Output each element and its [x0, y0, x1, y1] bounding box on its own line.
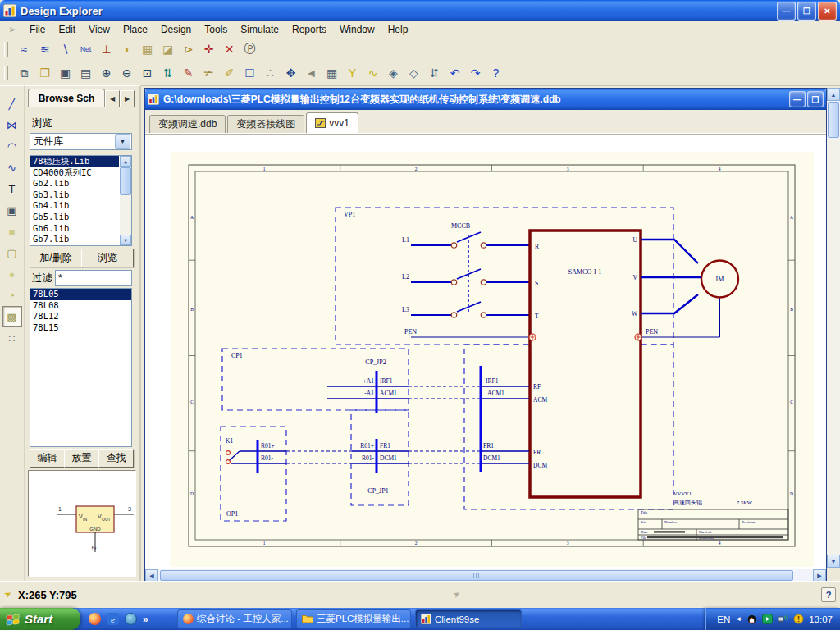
irf1-inv-label[interactable]: IRF1 [486, 377, 499, 385]
tab-browse-sch[interactable]: Browse Sch [28, 89, 105, 107]
scrollbar-thumb[interactable] [120, 167, 131, 195]
library-list-item[interactable]: Gb7.lib [30, 234, 119, 245]
menu-item[interactable]: Edit [52, 22, 82, 37]
irf1-cp-label[interactable]: IRF1 [380, 377, 393, 385]
undo-icon[interactable]: ↶ [445, 63, 465, 83]
scroll-down-icon[interactable]: ▼ [827, 555, 840, 568]
edit-component-button[interactable]: 编辑 [30, 449, 65, 468]
pen-tool-icon[interactable]: ✐ [219, 63, 240, 83]
line-tool-icon[interactable]: ╱ [2, 93, 22, 114]
select-area-icon[interactable]: ☐ [240, 63, 260, 83]
r01p-op-label[interactable]: R01+ [261, 442, 275, 450]
deselect-all-icon[interactable]: ∴ [260, 63, 281, 83]
component-list-item[interactable]: 78L12 [30, 311, 131, 322]
print-icon[interactable]: ▤ [75, 63, 96, 83]
internet-explorer-quicklaunch-icon[interactable]: e [107, 613, 119, 625]
chevron-down-icon[interactable]: ▼ [115, 134, 130, 149]
qq-icon[interactable] [746, 614, 757, 624]
sheet-symbol-tool-icon[interactable]: ▦ [137, 39, 158, 59]
design-explorer-toggle-icon[interactable]: ⧉ [14, 63, 34, 83]
media-player-icon[interactable] [762, 614, 773, 624]
port-tool-icon[interactable]: ⊳ [178, 39, 199, 59]
motor-label[interactable]: IM [716, 276, 724, 283]
cp-jp2-label[interactable]: CP_JP2 [365, 358, 386, 366]
browse-mode-combobox[interactable]: 元件库 ▼ [30, 133, 132, 150]
annotation-ref[interactable]: VVVV1 [673, 491, 692, 496]
cp-jp1-label[interactable]: CP_JP1 [368, 487, 388, 495]
menu-item[interactable]: View [82, 22, 116, 37]
plus-a1-label[interactable]: +A1 [363, 377, 375, 385]
power-port-tool-icon[interactable]: ⊥ [96, 39, 116, 59]
menu-item[interactable]: Reports [285, 22, 333, 37]
shield-tool-icon[interactable]: ◈ [383, 63, 404, 83]
language-indicator[interactable]: EN [717, 614, 730, 624]
pen-in-label[interactable]: PEN [404, 328, 417, 336]
scrollbar-thumb[interactable] [828, 102, 839, 138]
quicklaunch-overflow-chevron[interactable]: » [143, 614, 148, 625]
shield-search-tool-icon[interactable]: ◇ [404, 63, 424, 83]
inverter-label[interactable]: SAMCO-I-1 [568, 268, 601, 276]
tab-wiring-diagram[interactable]: 变频器接线图 [227, 115, 304, 133]
arc-tool-icon[interactable]: ◠ [2, 135, 22, 157]
alert-icon[interactable] [793, 614, 804, 624]
vp1-label[interactable]: VP1 [344, 211, 355, 218]
menu-item[interactable]: File [23, 22, 52, 37]
bus-tool-icon[interactable]: ≋ [34, 39, 55, 59]
annotation-desc[interactable]: 高速回头辊 [673, 500, 702, 506]
l1-label[interactable]: L1 [402, 236, 409, 244]
schematic-editor-canvas[interactable]: 1 2 3 4 1 2 3 4 A B C D A B C D [145, 134, 826, 569]
panel-tab-prev-button[interactable]: ◀ [105, 90, 120, 107]
add-remove-library-button[interactable]: 加/删除 [30, 249, 82, 267]
fr1-inv-label[interactable]: FR1 [483, 442, 494, 450]
minimize-button[interactable]: — [777, 2, 796, 21]
toolbar-grip[interactable] [4, 42, 8, 57]
open-document-icon[interactable]: ❒ [34, 63, 55, 83]
library-list-scrollbar[interactable]: ▲ ▼ [120, 156, 131, 245]
library-list-item[interactable]: Gb6.lib [30, 223, 119, 235]
sheet-entry-tool-icon[interactable]: ◪ [158, 39, 178, 59]
menu-item[interactable]: Place [116, 22, 154, 37]
browser-globe-quicklaunch-icon[interactable] [125, 613, 137, 625]
menu-item[interactable]: Help [381, 22, 415, 37]
network-icon[interactable] [778, 614, 788, 624]
document-title-bar[interactable]: G:\downloads\三菱PLC模拟量输出控制12台变频器实现的纸机传动控制… [145, 89, 826, 110]
annotation-power[interactable]: 7.5KW [737, 500, 753, 505]
library-list-item[interactable]: CD4000系列IC [30, 167, 119, 179]
pie-tool-icon[interactable]: ◔ [2, 285, 22, 306]
r01m-cp-label[interactable]: R01- [362, 454, 375, 462]
netlist-icon[interactable]: ▦ [322, 63, 342, 83]
menu-item[interactable]: Design [154, 22, 198, 37]
toolbar-grip[interactable] [4, 66, 8, 80]
start-button[interactable]: Start [0, 608, 80, 630]
pen-out-label[interactable]: PEN [646, 328, 658, 336]
wrench-tool-icon[interactable]: Y [342, 63, 363, 83]
taskbar-task-folder[interactable]: 三菱PLC模拟量输出... [296, 609, 411, 628]
tray-collapse-icon[interactable]: ◄ [735, 615, 742, 623]
restore-button[interactable]: ❐ [797, 2, 816, 21]
menu-item[interactable]: Window [333, 22, 381, 37]
k1-label[interactable]: K1 [226, 437, 233, 445]
save-document-icon[interactable]: ▣ [55, 63, 75, 83]
junction-tool-icon[interactable]: ✛ [199, 39, 219, 59]
l2-label[interactable]: L2 [402, 273, 409, 281]
context-help-button[interactable]: ? [821, 587, 836, 602]
help-icon[interactable]: ? [486, 63, 506, 83]
cross-probe-icon[interactable]: ⇅ [158, 63, 178, 83]
panel-tab-next-button[interactable]: ▶ [120, 90, 135, 107]
fr1-cp-label[interactable]: FR1 [380, 442, 390, 450]
signal-probe-icon[interactable]: ⇵ [424, 63, 445, 83]
schematic-canvas[interactable]: 1 2 3 4 1 2 3 4 A B C D A B C D [145, 135, 826, 569]
scrollbar-thumb[interactable] [160, 570, 793, 581]
zoom-out-icon[interactable]: ⊖ [116, 63, 137, 83]
filter-input[interactable] [55, 270, 132, 286]
cp1-label[interactable]: CP1 [231, 352, 243, 359]
net-label-tool-icon[interactable]: Net [75, 39, 96, 59]
tab-design-database[interactable]: 变频调速.ddb [149, 115, 226, 133]
r01m-op-label[interactable]: R01- [261, 454, 274, 462]
library-list-item[interactable]: Gb5.lib [30, 212, 119, 223]
document-restore-button[interactable]: ❐ [807, 91, 824, 107]
array-tool-icon[interactable]: ∷ [2, 327, 22, 349]
rectangle-tool-icon[interactable]: ■ [2, 221, 22, 242]
polygon-tool-icon[interactable]: ⋈ [2, 114, 22, 135]
wire-tool-icon[interactable]: ≈ [14, 39, 34, 59]
